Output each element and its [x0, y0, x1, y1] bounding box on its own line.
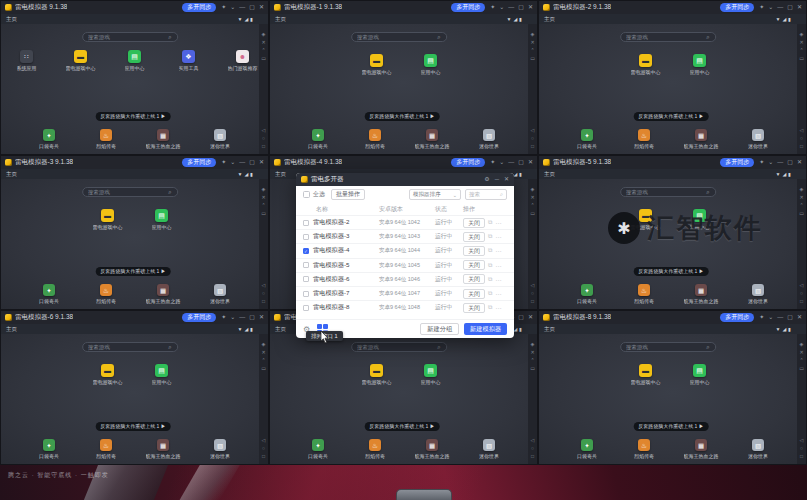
app-icon[interactable]: ❖	[182, 50, 195, 63]
minimize-icon[interactable]: —	[508, 156, 514, 169]
app-icon[interactable]: ▧	[483, 439, 495, 451]
app-shortcut[interactable]: ▬雷电游戏中心	[91, 209, 125, 230]
sync-button[interactable]: 多开同步	[182, 158, 216, 167]
nav-back-icon[interactable]: ◁	[800, 436, 804, 444]
nav-home-icon[interactable]: ○	[531, 444, 534, 452]
close-icon[interactable]: ✕	[528, 156, 533, 169]
app-shortcut[interactable]: ▤应用中心	[683, 54, 717, 75]
toolbar-icon[interactable]: ◈	[531, 185, 535, 193]
activity-icon[interactable]: ✦	[490, 156, 495, 169]
app-shortcut[interactable]: ✦口袋奇兵	[32, 129, 66, 149]
shortcut-icon[interactable]: ⧉	[488, 247, 492, 254]
toolbar-icon[interactable]: ⌃	[261, 356, 265, 364]
window-titlebar[interactable]: 雷电模拟器-8 9.1.38 多开同步 ✦⌄—▢✕	[539, 311, 806, 324]
toolbar-icon[interactable]: ▭	[261, 209, 266, 217]
nav-back-icon[interactable]: ◁	[800, 281, 804, 289]
close-instance-button[interactable]: 关闭	[463, 218, 485, 228]
app-shortcut[interactable]: ▧迷你世界	[203, 129, 237, 149]
search-input[interactable]: 搜索游戏 ⌕	[620, 342, 716, 352]
app-icon[interactable]: ▬	[370, 364, 383, 377]
nav-home-icon[interactable]: ○	[800, 289, 803, 297]
app-shortcut[interactable]: ▦航海王热血之路	[684, 439, 718, 459]
app-shortcut[interactable]: ▦航海王热血之路	[146, 284, 180, 304]
close-icon[interactable]: ✕	[259, 311, 264, 324]
app-icon[interactable]: ✦	[581, 439, 593, 451]
app-shortcut[interactable]: ▬雷电游戏中心	[629, 364, 663, 385]
window-titlebar[interactable]: 雷电模拟器-2 9.1.38 多开同步 ✦⌄—▢✕	[539, 1, 806, 14]
nav-back-icon[interactable]: ◁	[262, 436, 266, 444]
nav-back-icon[interactable]: ◁	[531, 281, 535, 289]
nav-home-icon[interactable]: ○	[800, 444, 803, 452]
toolbar-icon[interactable]: ⌃	[530, 46, 534, 54]
app-icon[interactable]: ▦	[157, 284, 169, 296]
shortcut-icon[interactable]: ⧉	[488, 262, 492, 269]
row-checkbox[interactable]	[303, 291, 309, 297]
toolbar-icon[interactable]: ◈	[531, 30, 535, 38]
maximize-icon[interactable]: ▢	[787, 311, 793, 324]
app-shortcut[interactable]: ▤应用中心	[414, 364, 448, 385]
nav-home-icon[interactable]: ○	[531, 134, 534, 142]
new-emulator-button[interactable]: 新建模拟器	[464, 323, 507, 335]
promo-banner[interactable]: 反套路烧脑大作重磅上线 1 ▶	[95, 112, 171, 121]
app-shortcut[interactable]: ✦口袋奇兵	[570, 284, 604, 304]
chevron-down-icon[interactable]: ⌄	[768, 311, 773, 324]
toolbar-icon[interactable]: ▭	[799, 54, 804, 62]
sync-button[interactable]: 多开同步	[182, 313, 216, 322]
nav-recent-icon[interactable]: □	[531, 142, 534, 150]
sync-button[interactable]: 多开同步	[720, 158, 754, 167]
search-input[interactable]: 搜索游戏 ⌕	[620, 32, 716, 42]
app-icon[interactable]: ▧	[752, 284, 764, 296]
app-shortcut[interactable]: ▬雷电游戏中心	[360, 54, 394, 75]
maximize-icon[interactable]: ▢	[518, 156, 524, 169]
instance-row[interactable]: 雷电模拟器-7 安卓9 64位 1047 运行中 关闭 ⧉ ⋯	[296, 286, 514, 300]
maximize-icon[interactable]: ▢	[518, 1, 524, 14]
toolbar-icon[interactable]: ▭	[530, 209, 535, 217]
maximize-icon[interactable]: ▢	[787, 1, 793, 14]
chevron-down-icon[interactable]: ⌄	[768, 156, 773, 169]
close-instance-button[interactable]: 关闭	[463, 303, 485, 313]
search-input[interactable]: 搜索游戏 ⌕	[351, 342, 447, 352]
app-shortcut[interactable]: ▦航海王热血之路	[415, 439, 449, 459]
activity-icon[interactable]: ✦	[759, 156, 764, 169]
sync-button[interactable]: 多开同步	[720, 3, 754, 12]
instance-row[interactable]: 雷电模拟器-2 安卓9 64位 1042 运行中 关闭 ⧉ ⋯	[296, 215, 514, 229]
toolbar-icon[interactable]: ✕	[530, 38, 534, 46]
minimize-icon[interactable]: —	[239, 156, 245, 169]
toolbar-icon[interactable]: ✕	[799, 38, 803, 46]
toolbar-icon[interactable]: ◈	[262, 340, 266, 348]
close-instance-button[interactable]: 关闭	[463, 232, 485, 242]
dialog-titlebar[interactable]: 雷电多开器 ⚙ ─ ✕	[296, 173, 514, 186]
toolbar-icon[interactable]: ⌃	[530, 356, 534, 364]
app-icon[interactable]: ▤	[424, 54, 437, 67]
app-icon[interactable]: ∷	[20, 50, 33, 63]
promo-banner[interactable]: 反套路烧脑大作重磅上线 1 ▶	[633, 267, 709, 276]
app-shortcut[interactable]: ✦口袋奇兵	[32, 439, 66, 459]
toolbar-icon[interactable]: ⌃	[261, 46, 265, 54]
instance-row[interactable]: 雷电模拟器-5 安卓9 64位 1045 运行中 关闭 ⧉ ⋯	[296, 258, 514, 272]
app-icon[interactable]: ▦	[695, 439, 707, 451]
promo-banner[interactable]: 反套路烧脑大作重磅上线 1 ▶	[364, 112, 440, 121]
sync-button[interactable]: 多开同步	[451, 158, 485, 167]
app-shortcut[interactable]: ▤应用中心	[414, 54, 448, 75]
app-shortcut[interactable]: ▧迷你世界	[741, 439, 775, 459]
toolbar-icon[interactable]: ◈	[800, 185, 804, 193]
app-shortcut[interactable]: ♨烈焰传奇	[89, 284, 123, 304]
emulator-window[interactable]: 雷电模拟器-3 9.1.38 多开同步 ✦⌄—▢✕ 主页 ▼◢▮ 搜索游戏 ⌕ …	[0, 155, 269, 310]
app-icon[interactable]: ♨	[100, 284, 112, 296]
instance-row[interactable]: ✓ 雷电模拟器-4 安卓9 64位 1044 运行中 关闭 ⧉ ⋯	[296, 243, 514, 257]
instance-row[interactable]: 雷电模拟器-8 安卓9 64位 1048 运行中 关闭 ⧉ ⋯	[296, 300, 514, 314]
shortcut-icon[interactable]: ⧉	[488, 233, 492, 240]
toolbar-icon[interactable]: ◈	[262, 30, 266, 38]
nav-back-icon[interactable]: ◁	[262, 281, 266, 289]
chevron-down-icon[interactable]: ⌄	[499, 156, 504, 169]
app-icon[interactable]: ✦	[43, 129, 55, 141]
toolbar-icon[interactable]: ⌃	[530, 201, 534, 209]
instance-row[interactable]: 雷电模拟器-6 安卓9 64位 1046 运行中 关闭 ⧉ ⋯	[296, 272, 514, 286]
app-shortcut[interactable]: ▧迷你世界	[741, 284, 775, 304]
close-icon[interactable]: ✕	[259, 156, 264, 169]
nav-home-icon[interactable]: ○	[531, 289, 534, 297]
app-icon[interactable]: ▬	[370, 54, 383, 67]
app-icon[interactable]: ✦	[43, 284, 55, 296]
toolbar-icon[interactable]: ◈	[531, 340, 535, 348]
app-shortcut[interactable]: ▧迷你世界	[472, 439, 506, 459]
